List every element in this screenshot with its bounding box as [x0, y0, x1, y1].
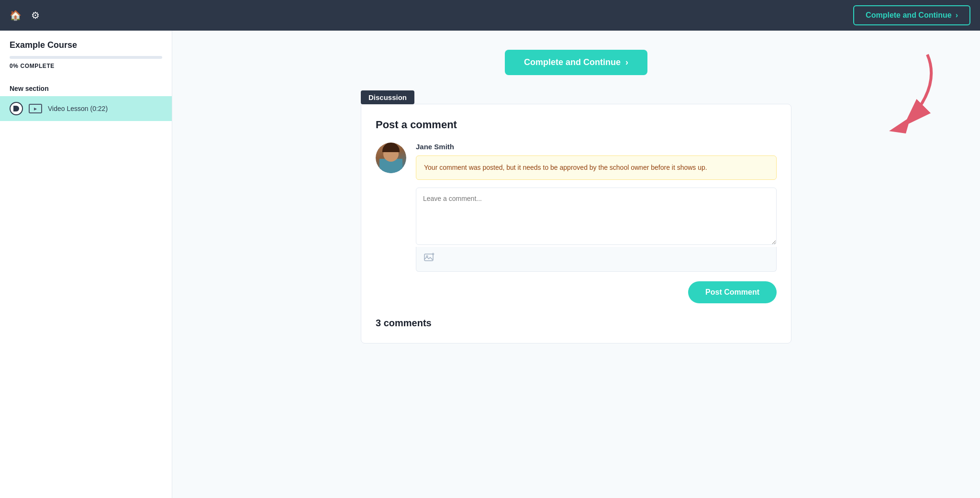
- discussion-label: Discussion: [361, 90, 414, 104]
- svg-marker-1: [889, 117, 911, 133]
- main-layout: Example Course 0% COMPLETE New section V…: [0, 31, 980, 498]
- approval-notice-text: Your comment was posted, but it needs to…: [424, 164, 707, 171]
- complete-continue-button-nav[interactable]: Complete and Continue ›: [853, 5, 970, 25]
- home-icon[interactable]: 🏠: [10, 10, 22, 21]
- post-comment-title: Post a comment: [376, 119, 777, 131]
- post-comment-button[interactable]: Post Comment: [688, 281, 777, 303]
- progress-bar-background: [10, 56, 162, 59]
- complete-continue-button-main[interactable]: Complete and Continue ›: [505, 50, 647, 75]
- lesson-label: Video Lesson (0:22): [48, 105, 108, 112]
- progress-complete-text: % COMPLETE: [13, 63, 55, 69]
- course-title: Example Course: [0, 40, 172, 56]
- comment-actions-bar: [416, 247, 777, 272]
- avatar: [376, 143, 406, 173]
- discussion-container: Discussion Post a comment Jane: [361, 90, 791, 343]
- video-lesson-icon: [29, 104, 42, 113]
- complete-button-nav-label: Complete and Continue: [866, 11, 952, 20]
- chevron-right-icon: ›: [956, 11, 958, 20]
- settings-icon[interactable]: ⚙: [31, 10, 40, 21]
- discussion-card: Post a comment Jane Smith: [361, 104, 791, 343]
- complete-button-main-label: Complete and Continue: [524, 57, 621, 67]
- progress-bar-container: [0, 56, 172, 61]
- top-nav: 🏠 ⚙ Complete and Continue ›: [0, 0, 980, 31]
- toggle-half: [13, 106, 19, 111]
- chevron-right-main-icon: ›: [625, 57, 628, 67]
- content-area: Complete and Continue › Discussion Post …: [172, 31, 980, 498]
- approval-notice: Your comment was posted, but it needs to…: [416, 155, 777, 180]
- complete-continue-top: Complete and Continue ›: [191, 50, 961, 75]
- comment-input-area: Jane Smith Your comment was posted, but …: [376, 143, 777, 272]
- image-upload-icon[interactable]: [424, 253, 434, 266]
- comment-textarea[interactable]: [416, 188, 777, 245]
- comments-count: 3 comments: [376, 318, 777, 329]
- comment-right-panel: Jane Smith Your comment was posted, but …: [416, 143, 777, 272]
- lesson-toggle-icon: [10, 102, 23, 115]
- sidebar: Example Course 0% COMPLETE New section V…: [0, 31, 172, 498]
- progress-label: 0% COMPLETE: [0, 61, 172, 79]
- svg-rect-2: [424, 254, 433, 261]
- sidebar-item-video-lesson[interactable]: Video Lesson (0:22): [0, 96, 172, 121]
- nav-left: 🏠 ⚙: [10, 10, 40, 21]
- commenter-name: Jane Smith: [416, 143, 777, 151]
- post-comment-label: Post Comment: [705, 288, 759, 296]
- section-title: New section: [0, 79, 172, 96]
